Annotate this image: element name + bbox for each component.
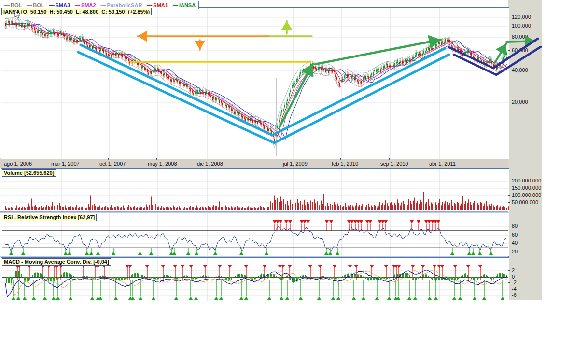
buy-signal-icon <box>239 296 243 300</box>
y-tick-mark <box>508 195 510 196</box>
y-tick-mark <box>508 37 510 37</box>
sell-signal-icon <box>427 220 431 224</box>
candle-bodies-up <box>7 21 506 136</box>
buy-signal-icon <box>98 296 102 300</box>
date-tick-mark <box>13 158 13 160</box>
y-tick-label: 50.000.000 <box>512 199 538 205</box>
buy-signal-icon <box>189 296 193 300</box>
y-tick-mark <box>508 235 510 235</box>
buy-signal-icon <box>152 296 155 300</box>
buy-signal-icon <box>501 296 504 300</box>
date-tick-label: abr 1, 2011 <box>429 161 456 167</box>
sell-signal-icon <box>281 265 285 268</box>
legend-dash-icon: — <box>27 2 32 8</box>
date-tick-label: sep 1, 2010 <box>380 161 408 167</box>
legend-label: BOL <box>11 2 22 8</box>
buy-signal-icon <box>434 296 438 300</box>
legend-item-sma1-5[interactable]: —SMA1 <box>147 2 168 8</box>
sell-signal-icon <box>28 265 31 268</box>
legend-item-sma2-3[interactable]: —SMA2 <box>75 2 96 8</box>
date-tick-mark <box>438 158 438 160</box>
sell-signal-icon <box>82 265 85 268</box>
y-tick-mark <box>508 282 510 283</box>
y-tick-label: 150.000.000 <box>512 185 541 191</box>
sell-signal-icon <box>384 220 388 224</box>
sell-signal-icon <box>244 265 248 268</box>
y-tick-mark <box>508 181 510 181</box>
sell-signal-icon <box>96 265 100 268</box>
buy-signal-icon <box>317 296 321 300</box>
buy-signal-icon <box>244 296 248 300</box>
legend-label: SMA3 <box>55 2 70 8</box>
sell-signal-icon <box>59 265 63 268</box>
y-tick-label: 60 <box>512 232 518 238</box>
sell-signal-icon <box>411 265 415 268</box>
buy-signal-icon <box>52 296 56 300</box>
sell-signal-icon <box>55 265 59 268</box>
sell-signal-icon <box>47 265 51 268</box>
volume-panel[interactable] <box>1 168 509 212</box>
date-tick-label: may 1, 2008 <box>148 161 177 167</box>
sell-signal-icon <box>433 265 436 268</box>
legend-item-sma3-2[interactable]: —SMA3 <box>49 2 70 8</box>
legend-item-parabolicsar-4[interactable]: —ParabolicSAR <box>101 2 142 8</box>
legend-dash-icon: — <box>4 2 10 8</box>
legend-item-bol-1[interactable]: —BOL <box>27 2 44 8</box>
sell-signal-icon <box>203 265 207 268</box>
sell-signal-icon <box>218 265 222 268</box>
sell-signal-icon <box>279 220 282 224</box>
buy-signal-icon <box>90 296 94 300</box>
y-tick-label: 200.000.000 <box>512 178 541 183</box>
legend-item-iansa-6[interactable]: —IANSA <box>173 2 196 8</box>
macd-line <box>5 270 507 296</box>
sell-signal-icon <box>478 265 482 268</box>
buy-signal-icon <box>482 296 486 300</box>
panel-splitter-1[interactable] <box>0 211 508 213</box>
y-tick-mark <box>508 26 510 26</box>
sell-signal-icon <box>333 265 336 268</box>
buy-signal-icon <box>194 296 198 300</box>
buy-signal-icon <box>16 296 20 300</box>
buy-signal-icon <box>214 296 218 300</box>
legend-dash-icon: — <box>173 2 178 8</box>
date-tick-label: feb 1, 2010 <box>332 161 358 167</box>
legend-label: SMA2 <box>81 2 96 8</box>
y-tick-label: 80,000 <box>512 34 528 40</box>
buy-signal-icon <box>352 296 356 300</box>
date-tick-mark <box>292 158 292 160</box>
legend-label: SMA1 <box>153 2 168 8</box>
buy-signal-icon <box>362 296 365 300</box>
y-tick-mark <box>508 226 510 226</box>
legend-label: IANSA <box>179 2 196 8</box>
sell-signal-icon <box>288 265 292 268</box>
y-tick-mark <box>508 50 510 51</box>
price-panel[interactable] <box>1 7 509 159</box>
sell-signal-icon <box>397 265 401 268</box>
chart-window: —BOL—BOL—SMA3—SMA2—ParabolicSAR—SMA1—IAN… <box>0 0 588 364</box>
buy-signal-icon <box>458 296 462 300</box>
date-tick-mark <box>206 158 206 160</box>
buy-signal-icon <box>12 296 15 300</box>
buy-signal-icon <box>139 296 142 300</box>
date-tick-mark <box>340 158 341 160</box>
y-tick-mark <box>508 102 510 102</box>
sell-signal-icon <box>421 265 425 268</box>
sell-signal-icon <box>189 265 193 268</box>
volume-bars <box>5 177 508 210</box>
sell-signal-icon <box>128 265 132 268</box>
legend-dash-icon: — <box>147 2 152 8</box>
sell-signal-icon <box>348 265 352 268</box>
sell-signal-icon <box>417 220 420 224</box>
y-tick-mark <box>508 277 510 277</box>
sell-signal-icon <box>263 265 266 268</box>
sell-signal-icon <box>41 265 45 268</box>
buy-signal-icon <box>428 296 432 300</box>
buy-signal-icon <box>69 296 72 300</box>
y-tick-label: -6 <box>512 292 517 298</box>
sell-signal-icon <box>329 220 333 224</box>
legend-item-bol-0[interactable]: —BOL <box>4 2 22 8</box>
sell-signal-icon <box>350 220 354 224</box>
date-tick-label: jul 1, 2009 <box>283 161 308 167</box>
panel-splitter-2[interactable] <box>0 256 508 257</box>
date-tick-mark <box>156 158 157 160</box>
